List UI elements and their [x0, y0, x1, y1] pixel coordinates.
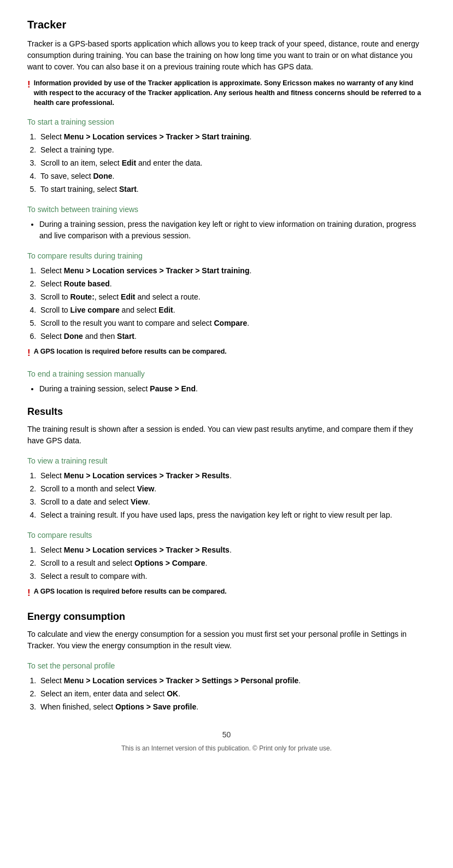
- list-item: Scroll to an item, select Edit and enter…: [38, 157, 426, 169]
- results-paragraph: The training result is shown after a ses…: [27, 424, 426, 447]
- list-item: Select Route based.: [38, 278, 426, 290]
- section-start-training: To start a training session Select Menu …: [27, 116, 426, 195]
- list-item: Select a training type.: [38, 144, 426, 156]
- heading-end-training: To end a training session manually: [27, 368, 426, 380]
- list-item: Scroll to the result you want to compare…: [38, 318, 426, 329]
- list-item: When finished, select Options > Save pro…: [38, 701, 426, 713]
- list-item: Select Menu > Location services > Tracke…: [38, 544, 426, 556]
- list-item: Select Menu > Location services > Tracke…: [38, 675, 426, 687]
- warning-text-3: A GPS location is required before result…: [34, 587, 227, 596]
- view-result-steps: Select Menu > Location services > Tracke…: [38, 470, 426, 521]
- list-item: During a training session, select Pause …: [39, 383, 426, 395]
- section-compare-training: To compare results during training Selec…: [27, 250, 426, 342]
- section-end-training: To end a training session manually Durin…: [27, 368, 426, 395]
- list-item: Select Done and then Start.: [38, 331, 426, 342]
- section-compare-results: To compare results Select Menu > Locatio…: [27, 530, 426, 582]
- warning-block-3: ! A GPS location is required before resu…: [27, 587, 426, 600]
- page-footer: 50 This is an Internet version of this p…: [27, 729, 426, 754]
- warning-icon-1: !: [27, 78, 31, 91]
- page-number: 50: [27, 729, 426, 741]
- footer-note: This is an Internet version of this publ…: [121, 744, 332, 752]
- end-training-list: During a training session, select Pause …: [39, 383, 426, 395]
- section-set-profile: To set the personal profile Select Menu …: [27, 660, 426, 713]
- intro-paragraph: Tracker is a GPS-based sports applicatio…: [27, 38, 426, 73]
- list-item: Select a result to compare with.: [38, 571, 426, 582]
- list-item: Scroll to a result and select Options > …: [38, 558, 426, 569]
- heading-compare-results: To compare results: [27, 530, 426, 541]
- list-item: Scroll to a month and select View.: [38, 483, 426, 495]
- compare-training-steps: Select Menu > Location services > Tracke…: [38, 265, 426, 342]
- list-item: Scroll to Route:, select Edit and select…: [38, 291, 426, 303]
- section-view-result: To view a training result Select Menu > …: [27, 455, 426, 521]
- list-item: Select Menu > Location services > Tracke…: [38, 265, 426, 277]
- section-switch-views: To switch between training views During …: [27, 204, 426, 242]
- warning-text-1: Information provided by use of the Track…: [34, 78, 426, 108]
- start-training-steps: Select Menu > Location services > Tracke…: [38, 131, 426, 195]
- list-item: Select Menu > Location services > Tracke…: [38, 131, 426, 143]
- heading-view-result: To view a training result: [27, 455, 426, 467]
- set-profile-steps: Select Menu > Location services > Tracke…: [38, 675, 426, 713]
- list-item: To start training, select Start.: [38, 184, 426, 195]
- list-item: Scroll to a date and select View.: [38, 496, 426, 508]
- heading-switch-views: To switch between training views: [27, 204, 426, 215]
- warning-icon-2: !: [27, 347, 31, 360]
- compare-results-steps: Select Menu > Location services > Tracke…: [38, 544, 426, 582]
- list-item: During a training session, press the nav…: [39, 219, 426, 242]
- heading-start-training: To start a training session: [27, 116, 426, 128]
- energy-paragraph: To calculate and view the energy consump…: [27, 629, 426, 652]
- warning-text-2: A GPS location is required before result…: [34, 347, 227, 356]
- heading-set-profile: To set the personal profile: [27, 660, 426, 672]
- list-item: To save, select Done.: [38, 171, 426, 182]
- list-item: Select a training result. If you have us…: [38, 509, 426, 521]
- warning-block-2: ! A GPS location is required before resu…: [27, 347, 426, 360]
- warning-block-1: ! Information provided by use of the Tra…: [27, 78, 426, 108]
- warning-icon-3: !: [27, 587, 31, 600]
- results-heading: Results: [27, 404, 426, 419]
- heading-compare-training: To compare results during training: [27, 250, 426, 262]
- energy-heading: Energy consumption: [27, 609, 426, 624]
- list-item: Select an item, enter data and select OK…: [38, 688, 426, 700]
- switch-views-list: During a training session, press the nav…: [39, 219, 426, 242]
- list-item: Scroll to Live compare and select Edit.: [38, 304, 426, 316]
- list-item: Select Menu > Location services > Tracke…: [38, 470, 426, 482]
- page-title: Tracker: [27, 16, 426, 33]
